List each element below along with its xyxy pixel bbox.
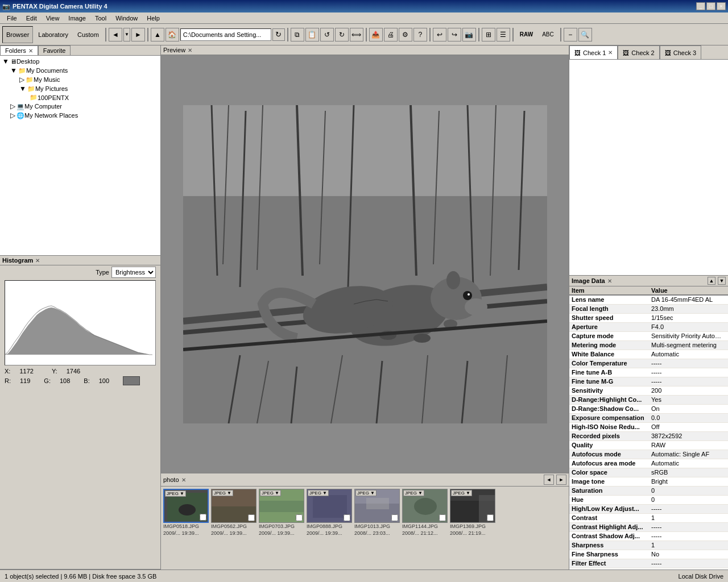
folder-tree[interactable]: ▼ 🖥 Desktop ▼ 📁 My Documents ▷ 📁 My Musi… [0,56,160,255]
table-row: Toning----- [569,568,728,569]
favorite-tab[interactable]: Favorite [38,45,71,55]
preview-close[interactable]: ✕ [188,47,192,53]
thumbnail-container[interactable]: JPEG ▼ [354,489,400,523]
histogram-panel: Histogram ✕ Type Brightness RGB Red Gree… [0,256,160,569]
nav-forward-button[interactable]: ► [131,28,145,41]
tree-item-mydocs[interactable]: ▼ 📁 My Documents [1,66,159,75]
thumbnail-container[interactable]: JPEG ▼ [211,489,257,523]
imagedata-close[interactable]: ✕ [607,278,612,284]
svg-rect-2 [183,105,547,196]
thumb-select-checkbox[interactable] [439,514,446,521]
home-button[interactable]: 🏠 [166,28,179,41]
tree-item-mypics[interactable]: ▼ 📁 My Pictures [1,84,159,93]
thumbnail-container[interactable]: JPEG ▼ [259,489,304,523]
close-button[interactable]: × [717,2,726,10]
menu-window[interactable]: Window [111,14,142,23]
row-item: Recorded pixels [569,432,649,440]
list-item[interactable]: JPEG ▼ IMGP0518.JPG 2009/... 19:39... [163,489,209,537]
filmstrip-close[interactable]: ✕ [181,477,186,483]
abc-button[interactable]: ABC [538,26,558,43]
redo-button[interactable]: ↪ [448,28,461,41]
thumb-select-checkbox[interactable] [487,514,494,521]
filmstrip-scroll-left[interactable]: ◄ [544,475,554,485]
imagedata-scroll-up[interactable]: ▲ [708,277,715,285]
list-item[interactable]: JPEG ▼ IMGP0888.JPG 2009/... 19:39... [307,489,352,537]
paste-button[interactable]: 📋 [305,28,319,41]
menu-view[interactable]: View [42,14,64,23]
menu-tool[interactable]: Tool [90,14,111,23]
tree-item-mycomputer[interactable]: ▷ 💻 My Computer [1,102,159,111]
list-item[interactable]: JPEG ▼ IMGP0703.JPG 2009/... 19:39... [259,489,304,537]
row-item: Autofocus area mode [569,459,649,468]
folders-tab-close[interactable]: ✕ [28,48,33,54]
check1-close[interactable]: ✕ [608,49,613,56]
menu-file[interactable]: File [2,14,22,23]
refresh-button[interactable]: ↻ [272,28,285,41]
histogram-close[interactable]: ✕ [35,257,40,264]
rotate-left-button[interactable]: ↺ [320,28,334,41]
menu-help[interactable]: Help [142,14,164,23]
thumb-filename: IMGP0888.JPG 2009/... 19:39... [307,523,352,537]
check1-tab[interactable]: 🖼 Check 1 ✕ [569,45,618,59]
nav-up-button[interactable]: ▲ [151,28,164,41]
thumbnail-container[interactable]: JPEG ▼ [450,489,495,523]
row-value: On [649,405,728,413]
nav-back-button[interactable]: ◄ [109,28,122,41]
tree-item-network[interactable]: ▷ 🌐 My Network Places [1,111,159,120]
list-item[interactable]: JPEG ▼ IMGP1144.JPG 2008/... 21:12... [402,489,448,537]
data-table-header: Item Value [569,286,728,296]
browser-button[interactable]: Browser [2,26,33,43]
thumb-select-checkbox[interactable] [200,514,206,521]
menu-image[interactable]: Image [64,14,90,23]
rotate-right-button[interactable]: ↻ [335,28,349,41]
row-item: Lens name [569,296,649,304]
help-button[interactable]: ? [413,28,427,41]
thumbnail-container[interactable]: JPEG ▼ [307,489,352,523]
table-row: Saturation0 [569,487,728,496]
zoom-out-button[interactable]: − [564,28,577,41]
minimize-button[interactable]: _ [696,2,705,10]
menu-edit[interactable]: Edit [22,14,42,23]
thumb-select-checkbox[interactable] [296,514,303,521]
nav-back-dropdown[interactable]: ▼ [123,28,130,41]
row-item: White Balance [569,350,649,359]
check2-tab[interactable]: 🖼 Check 2 [618,45,659,59]
thumb-select-checkbox[interactable] [344,514,350,521]
thumb-select-checkbox[interactable] [248,514,255,521]
row-value: 0 [649,496,728,504]
thumbnail-container[interactable]: JPEG ▼ [163,489,209,523]
maximize-button[interactable]: □ [706,2,715,10]
tree-item-100pentx[interactable]: 📁 100PENTX [1,93,159,102]
address-bar[interactable] [180,28,271,41]
imagedata-table[interactable]: Item Value Lens nameDA 16-45mmF4ED ALFoc… [569,286,728,569]
undo-button[interactable]: ↩ [433,28,446,41]
row-value: ----- [649,568,728,569]
flip-button[interactable]: ⟺ [350,28,363,41]
filmstrip-scroll-right[interactable]: ► [556,475,566,485]
custom-button[interactable]: Custom [73,26,103,43]
check3-tab[interactable]: 🖼 Check 3 [660,45,701,59]
transfer-button[interactable]: 📤 [369,28,383,41]
print-button[interactable]: 🖨 [384,28,398,41]
tree-item-desktop[interactable]: ▼ 🖥 Desktop [1,57,159,66]
copy-button[interactable]: ⧉ [291,28,304,41]
list-item[interactable]: JPEG ▼ IMGP1369.JPG 2008/... 21:19... [450,489,495,537]
histogram-type-select[interactable]: Brightness RGB Red Green Blue [111,267,156,278]
imagedata-scroll-down[interactable]: ▼ [718,277,726,285]
thumbnail-container[interactable]: JPEG ▼ [402,489,448,523]
view-grid[interactable]: ⊞ [482,28,495,41]
raw-button[interactable]: RAW [516,26,537,43]
settings-button[interactable]: ⚙ [399,28,412,41]
laboratory-button[interactable]: Laboratory [34,26,72,43]
tree-item-mymusic[interactable]: ▷ 📁 My Music [1,75,159,84]
histogram-type-row: Type Brightness RGB Red Green Blue [0,265,160,279]
expand-icon: ▼ [2,57,9,65]
list-item[interactable]: JPEG ▼ IMGP1013.JPG 2008/... 23:03... [354,489,400,537]
list-item[interactable]: JPEG ▼ IMGP0562.JPG 2009/... 19:39... [211,489,257,537]
thumb-select-checkbox[interactable] [391,514,398,521]
folders-tab[interactable]: Folders ✕ [0,45,38,55]
zoom-in-button[interactable]: 🔍 [578,28,592,41]
camera-transfer[interactable]: 📷 [462,28,476,41]
table-row: D-Range:Shadow Co...On [569,405,728,414]
view-list[interactable]: ☰ [497,28,510,41]
